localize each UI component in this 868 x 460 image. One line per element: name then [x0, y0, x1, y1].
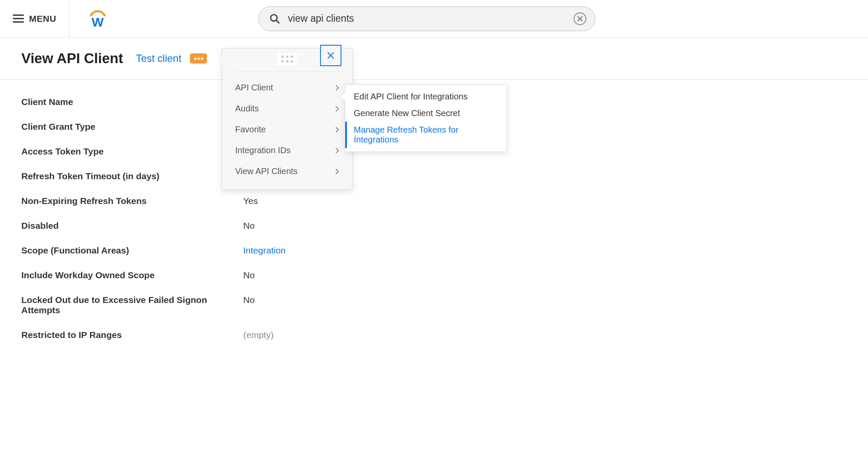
top-bar: MENU W	[0, 0, 868, 38]
field-value: No	[243, 221, 255, 231]
menu-item-label: Favorite	[235, 125, 266, 134]
field-label: Disabled	[21, 221, 243, 231]
field-value-empty: (empty)	[243, 330, 274, 340]
field-label: Client Name	[21, 97, 243, 107]
page-title: View API Client	[21, 50, 123, 67]
menu-item-audits[interactable]: Audits	[222, 98, 352, 119]
client-name-link[interactable]: Test client	[136, 52, 181, 64]
search-clear-button[interactable]	[574, 12, 586, 25]
submenu-item-edit-api-client[interactable]: Edit API Client for Integrations	[345, 88, 507, 105]
close-icon	[326, 51, 335, 60]
api-client-submenu: Edit API Client for Integrations Generat…	[345, 84, 507, 152]
menu-button[interactable]: MENU	[0, 0, 70, 37]
field-row: Disabled No	[21, 221, 847, 231]
field-row: Locked Out due to Excessive Failed Signo…	[21, 295, 847, 315]
field-value: No	[243, 270, 255, 280]
field-row: Scope (Functional Areas) Integration	[21, 245, 847, 256]
menu-item-view-api-clients[interactable]: View API Clients	[222, 161, 352, 182]
svg-text:W: W	[92, 15, 104, 29]
menu-item-integration-ids[interactable]: Integration IDs	[222, 140, 352, 161]
submenu-item-manage-refresh-tokens[interactable]: Manage Refresh Tokens for Integrations	[345, 122, 507, 148]
field-label: Scope (Functional Areas)	[21, 245, 243, 256]
menu-label: MENU	[29, 14, 56, 24]
menu-item-api-client[interactable]: API Client	[222, 77, 352, 98]
field-label: Access Token Type	[21, 146, 243, 157]
hamburger-icon	[13, 15, 24, 23]
chevron-right-icon	[335, 126, 339, 133]
field-row: Include Workday Owned Scope No	[21, 270, 847, 280]
menu-item-label: Integration IDs	[235, 146, 291, 155]
menu-item-favorite[interactable]: Favorite	[222, 119, 352, 140]
chevron-right-icon	[335, 147, 339, 154]
related-actions-popover: API Client Audits Favorite Integration I…	[222, 48, 352, 190]
popover-header	[235, 49, 339, 72]
field-value-link[interactable]: Integration	[243, 245, 285, 256]
menu-item-label: Audits	[235, 104, 259, 114]
popover-caret	[218, 57, 222, 66]
submenu-item-generate-secret[interactable]: Generate New Client Secret	[345, 105, 507, 122]
field-label: Locked Out due to Excessive Failed Signo…	[21, 295, 243, 315]
popover-close-button[interactable]	[320, 45, 341, 66]
field-label: Refresh Token Timeout (in days)	[21, 171, 243, 181]
svg-line-2	[276, 20, 279, 23]
chevron-right-icon	[335, 84, 339, 91]
chevron-right-icon	[335, 168, 339, 175]
field-row: Refresh Token Timeout (in days)	[21, 171, 847, 181]
menu-item-label: View API Clients	[235, 166, 297, 176]
submenu-caret	[341, 93, 345, 101]
drag-handle-icon[interactable]	[278, 53, 297, 66]
field-label: Non-Expiring Refresh Tokens	[21, 196, 243, 206]
field-row: Non-Expiring Refresh Tokens Yes	[21, 196, 847, 206]
field-label: Client Grant Type	[21, 122, 243, 132]
popover-menu-list: API Client Audits Favorite Integration I…	[222, 72, 352, 189]
menu-item-label: API Client	[235, 83, 273, 93]
field-value: Yes	[243, 196, 258, 206]
chevron-right-icon	[335, 105, 339, 112]
field-label: Include Workday Owned Scope	[21, 270, 243, 280]
field-value: No	[243, 295, 255, 305]
search-icon	[269, 13, 280, 24]
close-icon	[577, 16, 583, 22]
search-input[interactable]	[288, 13, 574, 24]
field-row: Restricted to IP Ranges (empty)	[21, 330, 847, 340]
workday-logo[interactable]: W	[87, 8, 109, 30]
page-header: View API Client Test client	[0, 38, 868, 80]
related-actions-button[interactable]	[190, 53, 207, 64]
field-label: Restricted to IP Ranges	[21, 330, 243, 340]
search-box[interactable]	[258, 6, 595, 31]
